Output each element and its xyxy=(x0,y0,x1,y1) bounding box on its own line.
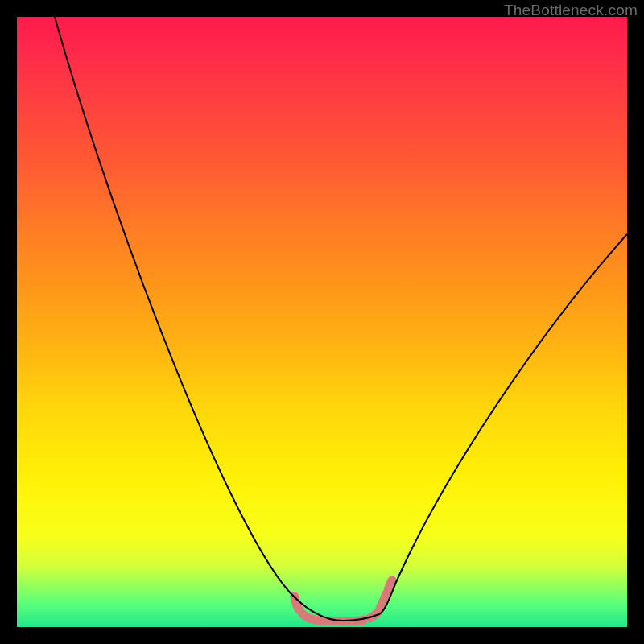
curve-overlay xyxy=(17,17,627,627)
bottleneck-curve xyxy=(55,17,627,621)
watermark-label: TheBottleneck.com xyxy=(504,2,638,19)
chart-frame: TheBottleneck.com xyxy=(0,0,644,644)
plot-area xyxy=(17,17,627,627)
